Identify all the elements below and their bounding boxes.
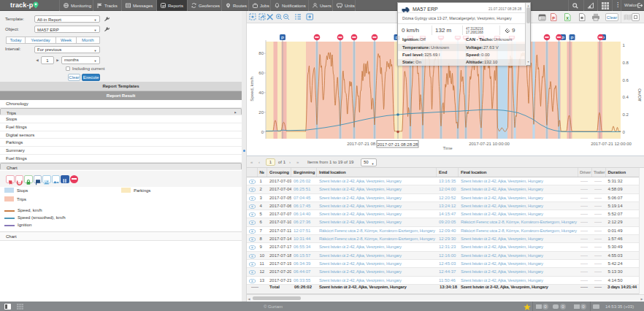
svg-text:40: 40 bbox=[258, 91, 264, 95]
svg-text:Speed, km/h: Speed, km/h bbox=[250, 77, 254, 101]
svg-text:0.4: 0.4 bbox=[623, 95, 629, 99]
svg-text:2017-07-21 12:00:00: 2017-07-21 12:00:00 bbox=[591, 142, 632, 146]
svg-text:2017-07-21 10:00:00: 2017-07-21 10:00:00 bbox=[469, 142, 510, 146]
svg-text:60: 60 bbox=[258, 71, 264, 75]
svg-text:0.2: 0.2 bbox=[623, 112, 629, 117]
svg-text:P: P bbox=[570, 36, 573, 40]
svg-text:X: X bbox=[566, 16, 569, 20]
svg-text:P: P bbox=[552, 16, 555, 20]
svg-text:80: 80 bbox=[258, 51, 264, 55]
svg-text:Time: Time bbox=[442, 146, 453, 150]
svg-text:20: 20 bbox=[258, 110, 264, 115]
svg-text:P: P bbox=[281, 36, 284, 40]
svg-text:On/Off: On/Off bbox=[637, 88, 642, 101]
svg-text:1: 1 bbox=[623, 43, 626, 47]
svg-text:0.8: 0.8 bbox=[623, 61, 629, 65]
svg-text:0: 0 bbox=[623, 130, 626, 134]
svg-text:2017-07-21 08:28:28: 2017-07-21 08:28:28 bbox=[377, 142, 418, 147]
svg-text:0: 0 bbox=[261, 130, 264, 134]
svg-text:0.6: 0.6 bbox=[623, 78, 629, 82]
